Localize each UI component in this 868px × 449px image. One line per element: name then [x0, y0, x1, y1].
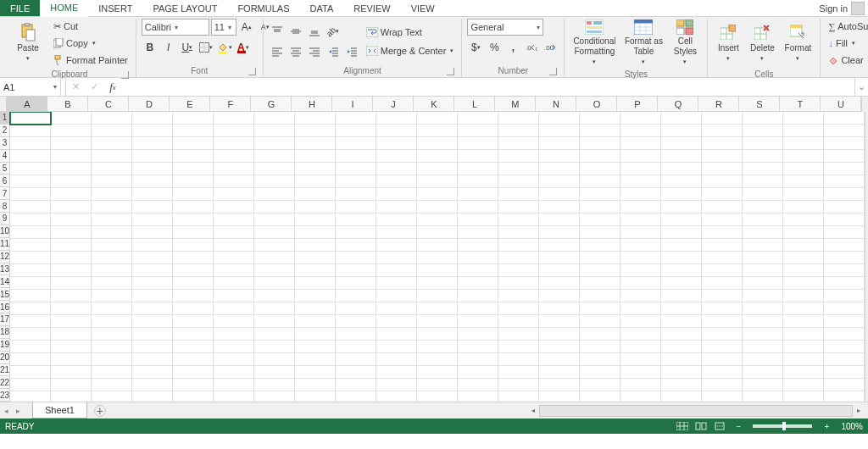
cell-I2[interactable]	[336, 125, 376, 137]
vertical-scrollbar[interactable]	[865, 112, 868, 402]
column-header-S[interactable]: S	[739, 97, 780, 111]
cell-J5[interactable]	[376, 163, 417, 175]
cell-T1[interactable]	[783, 112, 824, 125]
cell-Q3[interactable]	[661, 137, 702, 150]
cell-E14[interactable]	[173, 277, 214, 290]
cell-R3[interactable]	[702, 137, 743, 150]
cell-U17[interactable]	[824, 315, 865, 328]
column-header-K[interactable]: K	[414, 97, 454, 111]
cell-J10[interactable]	[376, 226, 417, 239]
cell-D12[interactable]	[132, 252, 173, 264]
cell-H10[interactable]	[295, 226, 336, 239]
cell-I19[interactable]	[336, 341, 376, 353]
cell-C20[interactable]	[92, 353, 132, 366]
cell-M14[interactable]	[498, 277, 539, 290]
cell-K20[interactable]	[417, 353, 458, 366]
cell-I23[interactable]	[336, 391, 376, 402]
cell-E3[interactable]	[173, 137, 214, 150]
cell-E13[interactable]	[173, 264, 214, 277]
cell-Q14[interactable]	[661, 277, 702, 290]
cell-H7[interactable]	[295, 188, 336, 201]
cell-R14[interactable]	[702, 277, 743, 290]
cell-J2[interactable]	[376, 125, 417, 137]
cell-B17[interactable]	[51, 315, 92, 328]
cell-J3[interactable]	[376, 137, 417, 150]
cell-styles-button[interactable]: Cell Styles▾	[668, 19, 702, 68]
cell-O22[interactable]	[580, 379, 620, 391]
cell-J15[interactable]	[376, 290, 417, 302]
cell-H3[interactable]	[295, 137, 336, 150]
cell-T21[interactable]	[783, 366, 824, 379]
cell-N11[interactable]	[539, 239, 580, 252]
cell-F8[interactable]	[214, 201, 254, 213]
cell-G19[interactable]	[254, 341, 295, 353]
cell-H12[interactable]	[295, 252, 336, 264]
cell-S13[interactable]	[743, 264, 783, 277]
clipboard-launcher[interactable]	[121, 71, 129, 79]
cell-U18[interactable]	[824, 328, 865, 341]
cell-A1[interactable]	[10, 112, 51, 125]
cell-P16[interactable]	[620, 302, 661, 315]
cell-A9[interactable]	[10, 213, 51, 226]
cell-B23[interactable]	[51, 391, 92, 402]
cell-I12[interactable]	[336, 252, 376, 264]
cell-E9[interactable]	[173, 213, 214, 226]
cell-E8[interactable]	[173, 201, 214, 213]
cell-Q21[interactable]	[661, 366, 702, 379]
cell-B21[interactable]	[51, 366, 92, 379]
cell-I4[interactable]	[336, 150, 376, 163]
cell-E4[interactable]	[173, 150, 214, 163]
cell-O20[interactable]	[580, 353, 620, 366]
paste-button[interactable]: Paste ▾	[8, 19, 47, 68]
cut-button[interactable]: ✂Cut	[51, 19, 131, 34]
cell-Q13[interactable]	[661, 264, 702, 277]
column-header-F[interactable]: F	[210, 97, 251, 111]
cell-F16[interactable]	[214, 302, 254, 315]
cell-K5[interactable]	[417, 163, 458, 175]
cell-A18[interactable]	[10, 328, 51, 341]
cell-Q1[interactable]	[661, 112, 702, 125]
cell-H13[interactable]	[295, 264, 336, 277]
number-launcher[interactable]	[549, 68, 557, 75]
cell-B3[interactable]	[51, 137, 92, 150]
cell-N9[interactable]	[539, 213, 580, 226]
cell-I11[interactable]	[336, 239, 376, 252]
row-header-3[interactable]: 3	[0, 137, 10, 150]
cell-M16[interactable]	[498, 302, 539, 315]
column-header-U[interactable]: U	[821, 97, 861, 111]
cell-C4[interactable]	[92, 150, 132, 163]
cell-N6[interactable]	[539, 175, 580, 188]
cell-M9[interactable]	[498, 213, 539, 226]
cell-N13[interactable]	[539, 264, 580, 277]
cell-K17[interactable]	[417, 315, 458, 328]
cell-R6[interactable]	[702, 175, 743, 188]
cell-G16[interactable]	[254, 302, 295, 315]
cell-F23[interactable]	[214, 391, 254, 402]
cell-L13[interactable]	[458, 264, 498, 277]
column-header-C[interactable]: C	[88, 97, 129, 111]
cell-J4[interactable]	[376, 150, 417, 163]
cell-B12[interactable]	[51, 252, 92, 264]
cell-P22[interactable]	[620, 379, 661, 391]
sign-in[interactable]: Sign in	[815, 0, 868, 16]
cell-B2[interactable]	[51, 125, 92, 137]
cell-U13[interactable]	[824, 264, 865, 277]
cell-J8[interactable]	[376, 201, 417, 213]
row-header-8[interactable]: 8	[0, 200, 10, 213]
cell-F17[interactable]	[214, 315, 254, 328]
cell-S12[interactable]	[743, 252, 783, 264]
cell-R11[interactable]	[702, 239, 743, 252]
cell-S6[interactable]	[743, 175, 783, 188]
cell-R4[interactable]	[702, 150, 743, 163]
cell-L22[interactable]	[458, 379, 498, 391]
cell-L19[interactable]	[458, 341, 498, 353]
cell-L17[interactable]	[458, 315, 498, 328]
cell-T23[interactable]	[783, 391, 824, 402]
column-header-T[interactable]: T	[780, 97, 821, 111]
cell-I9[interactable]	[336, 213, 376, 226]
cell-J12[interactable]	[376, 252, 417, 264]
cell-N23[interactable]	[539, 391, 580, 402]
cell-K9[interactable]	[417, 213, 458, 226]
cell-L1[interactable]	[458, 112, 498, 125]
cell-U16[interactable]	[824, 302, 865, 315]
